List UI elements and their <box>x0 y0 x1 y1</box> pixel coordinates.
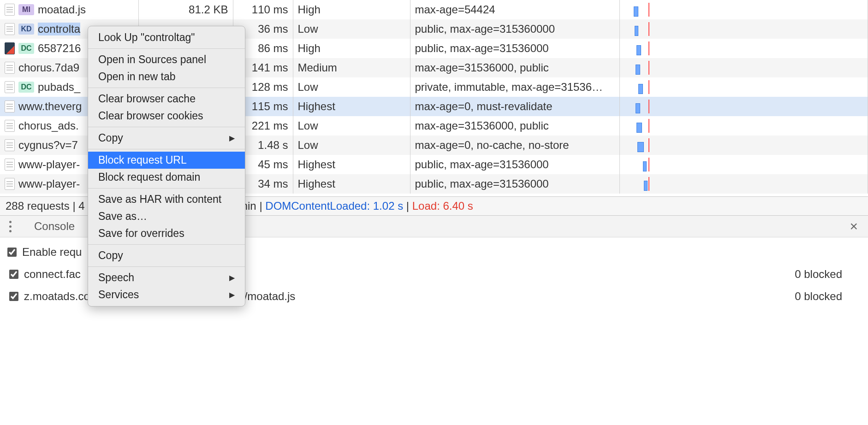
ctx-open-tab[interactable]: Open in new tab <box>88 68 245 85</box>
ctx-services-submenu[interactable]: Services▶ <box>88 286 245 303</box>
waterfall-bar <box>638 84 643 94</box>
rule-checkbox[interactable] <box>9 292 18 301</box>
waterfall-bar <box>636 123 642 133</box>
ctx-save-as[interactable]: Save as… <box>88 208 245 225</box>
cell-waterfall <box>619 116 868 136</box>
image-file-icon <box>5 42 15 54</box>
document-file-icon <box>5 23 15 35</box>
cell-priority: Highest <box>293 155 410 174</box>
waterfall-bar <box>644 181 648 191</box>
chevron-right-icon: ▶ <box>229 290 235 299</box>
summary-requests: 288 requests <box>6 200 70 212</box>
load-event-line <box>648 119 649 133</box>
cell-priority: Low <box>293 77 410 97</box>
cell-cache-control: public, max-age=31536000 <box>410 155 619 174</box>
load-event-line <box>648 22 649 36</box>
separator <box>88 88 245 88</box>
ctx-block-domain[interactable]: Block request domain <box>88 169 245 186</box>
ctx-open-sources[interactable]: Open in Sources panel <box>88 51 245 68</box>
load-event-line <box>648 158 649 171</box>
cell-waterfall <box>619 77 868 97</box>
cell-priority: Medium <box>293 58 410 77</box>
ctx-block-url[interactable]: Block request URL <box>88 152 245 169</box>
cell-cache-control: public, max-age=31536000 <box>410 174 619 194</box>
ctx-speech-submenu[interactable]: Speech▶ <box>88 269 245 286</box>
waterfall-bar <box>636 45 641 55</box>
cell-waterfall <box>619 58 868 77</box>
cell-priority: Low <box>293 136 410 155</box>
document-file-icon <box>5 120 15 132</box>
cell-waterfall <box>619 155 868 174</box>
waterfall-bar <box>634 6 638 17</box>
separator <box>88 149 245 149</box>
request-name: chorus_ads. <box>18 119 79 132</box>
cell-time: 110 ms <box>233 0 293 19</box>
request-name: www.theverg <box>18 100 82 113</box>
ctx-save-overrides[interactable]: Save for overrides <box>88 225 245 242</box>
rule-checkbox[interactable] <box>9 270 18 279</box>
document-file-icon <box>5 81 15 93</box>
load-event-line <box>648 100 649 113</box>
cell-priority: Low <box>293 116 410 136</box>
cell-cache-control: max-age=54424 <box>410 0 619 19</box>
cell-priority: Low <box>293 19 410 39</box>
cell-waterfall <box>619 39 868 58</box>
rule-pattern: connect.fac <box>24 268 81 281</box>
request-name: pubads_ <box>38 81 80 94</box>
ctx-lookup[interactable]: Look Up "controltag" <box>88 29 245 46</box>
initiator-badge: MI <box>18 4 34 15</box>
cell-cache-control: public, max-age=315360000 <box>410 19 619 39</box>
separator <box>88 48 245 49</box>
waterfall-bar <box>636 65 640 75</box>
cell-waterfall <box>619 0 868 19</box>
rule-blocked-count: 0 blocked <box>795 290 861 303</box>
cell-priority: Highest <box>293 97 410 116</box>
ctx-clear-cookies[interactable]: Clear browser cookies <box>88 107 245 124</box>
cell-waterfall <box>619 19 868 39</box>
ctx-save-har[interactable]: Save as HAR with content <box>88 191 245 208</box>
cell-priority: High <box>293 0 410 19</box>
cell-waterfall <box>619 136 868 155</box>
table-row[interactable]: MImoatad.js81.2 KB110 msHighmax-age=5442… <box>0 0 868 19</box>
enable-blocking-checkbox[interactable] <box>7 248 17 257</box>
initiator-badge: DC <box>18 82 34 93</box>
document-file-icon <box>5 100 15 112</box>
summary-load: Load: 6.40 s <box>412 200 473 212</box>
separator <box>88 266 245 267</box>
document-file-icon <box>5 62 15 74</box>
rule-blocked-count: 0 blocked <box>795 268 861 281</box>
cell-size: 81.2 KB <box>138 0 233 19</box>
cell-priority: High <box>293 39 410 58</box>
request-name: cygnus?v=7 <box>18 139 78 152</box>
cell-cache-control: max-age=0, must-revalidate <box>410 97 619 116</box>
cell-waterfall <box>619 174 868 194</box>
request-name: chorus.7da9 <box>18 61 79 74</box>
waterfall-bar <box>635 26 638 36</box>
load-event-line <box>648 80 649 94</box>
ctx-copy-submenu[interactable]: Copy▶ <box>88 130 245 147</box>
request-name: www-player- <box>18 177 80 190</box>
initiator-badge: DC <box>18 43 34 54</box>
cell-waterfall <box>619 97 868 116</box>
cell-cache-control: max-age=0, no-cache, no-store <box>410 136 619 155</box>
document-file-icon <box>5 139 15 151</box>
request-name: controlta <box>38 23 80 35</box>
ctx-clear-cache[interactable]: Clear browser cache <box>88 90 245 107</box>
chevron-right-icon: ▶ <box>229 273 235 282</box>
cell-cache-control: private, immutable, max-age=31536… <box>410 77 619 97</box>
close-icon[interactable]: × <box>845 218 862 234</box>
document-file-icon <box>5 4 15 16</box>
tab-console[interactable]: Console <box>26 220 83 233</box>
context-menu[interactable]: Look Up "controltag" Open in Sources pan… <box>88 26 245 307</box>
enable-blocking-label: Enable requ <box>22 246 82 259</box>
chevron-right-icon: ▶ <box>229 134 235 142</box>
document-file-icon <box>5 178 15 190</box>
request-name: www-player- <box>18 158 80 171</box>
summary-domcontentloaded: DOMContentLoaded: 1.02 s <box>265 200 403 212</box>
cell-cache-control: max-age=31536000, public <box>410 116 619 136</box>
kebab-menu-icon[interactable] <box>6 219 15 233</box>
ctx-copy[interactable]: Copy <box>88 247 245 264</box>
initiator-badge: KD <box>18 24 34 35</box>
waterfall-bar <box>643 161 647 171</box>
summary-mid: 4 <box>78 200 84 212</box>
